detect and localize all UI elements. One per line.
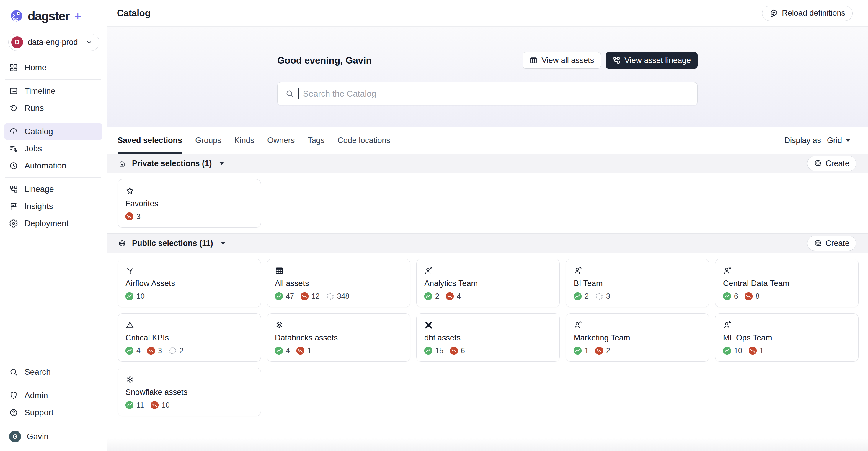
greeting-text: Good evening, Gavin — [277, 55, 372, 66]
selection-card-favorites[interactable]: Favorites3 — [118, 179, 261, 228]
stat-value: 12 — [311, 292, 320, 301]
nav-item-label: Automation — [25, 161, 66, 171]
divider — [5, 424, 101, 424]
tab-code-locations[interactable]: Code locations — [337, 127, 390, 154]
success-status-icon — [125, 401, 133, 409]
sidebar: dagster + D data-eng-prod HomeTimelineRu… — [0, 0, 107, 451]
tab-groups[interactable]: Groups — [195, 127, 221, 154]
tab-saved-selections[interactable]: Saved selections — [118, 127, 182, 154]
users-icon — [723, 321, 732, 330]
selection-card-marketing-team[interactable]: Marketing Team12 — [566, 313, 709, 362]
selection-card-databricks-assets[interactable]: Databricks assets41 — [267, 313, 410, 362]
selection-card-critical-kpis[interactable]: Critical KPIs432 — [118, 313, 261, 362]
nav-item-label: Support — [25, 408, 54, 417]
sidebar-item-home[interactable]: Home — [4, 59, 102, 76]
brand-plus: + — [74, 9, 82, 23]
lineage-icon — [9, 185, 18, 194]
catalog-search[interactable] — [277, 82, 698, 105]
view-all-assets-button[interactable]: View all assets — [523, 52, 601, 68]
stat-failed: 10 — [151, 401, 170, 409]
users-icon — [574, 321, 583, 330]
failed-status-icon — [749, 347, 757, 355]
lock-icon — [118, 160, 126, 168]
card-stats: 10 — [125, 292, 253, 301]
card-stats: 156 — [424, 346, 552, 355]
public-selections-header: Public selections (11)Create — [107, 233, 868, 253]
dagster-logo[interactable]: dagster + — [0, 0, 106, 24]
failed-status-icon — [595, 347, 603, 355]
nav-item-label: Home — [25, 63, 46, 73]
card-stats: 41 — [275, 346, 402, 355]
stat-value: 2 — [435, 292, 439, 301]
brand-wordmark: dagster — [28, 9, 69, 23]
selection-card-dbt-assets[interactable]: dbt assets156 — [416, 313, 560, 362]
sidebar-item-jobs[interactable]: Jobs — [4, 140, 102, 157]
stat-failed: 1 — [749, 346, 764, 355]
nav-item-label: Search — [25, 367, 51, 377]
card-title: Favorites — [125, 199, 253, 208]
card-stats: 24 — [424, 292, 552, 301]
sidebar-item-deployment[interactable]: Deployment — [4, 215, 102, 232]
card-title: Analytics Team — [424, 279, 552, 288]
selection-card-airflow-assets[interactable]: Airflow Assets10 — [118, 259, 261, 307]
display-as-dropdown[interactable]: Grid — [827, 136, 850, 145]
dagster-octopus-icon — [9, 9, 24, 24]
stat-failed: 4 — [446, 292, 461, 301]
card-stats: 1110 — [125, 401, 253, 409]
sidebar-item-timeline[interactable]: Timeline — [4, 82, 102, 100]
card-stats: 68 — [723, 292, 850, 301]
stat-value: 1 — [585, 346, 589, 355]
selection-card-bi-team[interactable]: BI Team23 — [566, 259, 709, 307]
stat-success: 4 — [275, 346, 290, 355]
selection-card-snowflake-assets[interactable]: Snowflake assets1110 — [118, 368, 261, 416]
divider — [5, 384, 101, 384]
sidebar-item-automation[interactable]: Automation — [4, 157, 102, 174]
tab-tags[interactable]: Tags — [308, 127, 324, 154]
stat-success: 10 — [723, 346, 742, 355]
selection-card-all-assets[interactable]: All assets4712348 — [267, 259, 410, 307]
sidebar-item-search[interactable]: Search — [4, 364, 102, 380]
user-menu[interactable]: G Gavin — [4, 427, 102, 446]
stat-value: 4 — [136, 346, 141, 355]
tab-owners[interactable]: Owners — [267, 127, 294, 154]
catalog-search-input[interactable] — [303, 89, 690, 99]
sidebar-item-lineage[interactable]: Lineage — [4, 180, 102, 198]
failed-status-icon — [147, 347, 155, 355]
public-selections-toggle[interactable]: Public selections (11) — [118, 239, 225, 248]
deployment-selector[interactable]: D data-eng-prod — [8, 34, 99, 51]
snowflake-icon — [125, 375, 134, 384]
create-button-label: Create — [826, 239, 849, 248]
stat-success: 15 — [424, 346, 443, 355]
nav-item-label: Jobs — [25, 144, 42, 153]
card-title: Snowflake assets — [125, 388, 253, 397]
sidebar-item-catalog[interactable]: Catalog — [4, 123, 102, 140]
clock-icon — [9, 161, 18, 170]
selection-card-central-data-team[interactable]: Central Data Team68 — [715, 259, 859, 307]
stat-value: 4 — [286, 346, 290, 355]
failed-status-icon — [125, 213, 133, 221]
selection-card-analytics-team[interactable]: Analytics Team24 — [416, 259, 560, 307]
warning-icon — [125, 321, 134, 330]
selections-sections: Private selections (1)CreateFavorites3Pu… — [107, 154, 868, 422]
stat-value: 2 — [585, 292, 589, 301]
stat-failed: 3 — [147, 346, 162, 355]
selection-card-ml-ops-team[interactable]: ML Ops Team101 — [715, 313, 859, 362]
sidebar-item-admin[interactable]: Admin — [4, 387, 102, 404]
sidebar-item-runs[interactable]: Runs — [4, 100, 102, 117]
view-asset-lineage-label: View asset lineage — [624, 56, 691, 65]
reload-definitions-button[interactable]: Reload definitions — [762, 6, 852, 21]
private-selections-toggle[interactable]: Private selections (1) — [118, 159, 224, 168]
sidebar-footer: SearchAdminSupport G Gavin — [0, 364, 106, 451]
sidebar-item-support[interactable]: Support — [4, 404, 102, 421]
failed-status-icon — [151, 401, 159, 409]
private-create-button[interactable]: Create — [807, 156, 856, 171]
globe-plus-icon — [814, 239, 822, 247]
text-cursor — [298, 88, 299, 99]
success-status-icon — [424, 347, 432, 355]
stat-success: 6 — [723, 292, 738, 301]
tab-kinds[interactable]: Kinds — [235, 127, 254, 154]
stat-failed: 12 — [301, 292, 320, 301]
sidebar-item-insights[interactable]: Insights — [4, 198, 102, 215]
public-create-button[interactable]: Create — [807, 235, 856, 251]
view-asset-lineage-button[interactable]: View asset lineage — [606, 52, 698, 68]
